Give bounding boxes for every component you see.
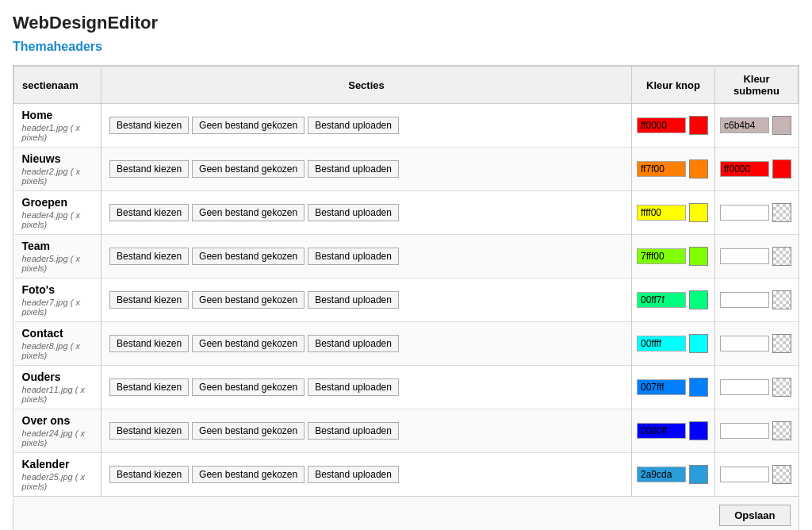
bestand-kiezen-btn-fotos[interactable]: Bestand kiezen [109,291,189,309]
geen-bestand-btn-team[interactable]: Geen bestand gekozen [192,248,304,265]
bestand-kiezen-btn-ouders[interactable]: Bestand kiezen [109,378,189,396]
geen-bestand-btn-home[interactable]: Geen bestand gekozen [192,117,304,134]
table-row-kalender: Kalender header25.jpg ( x pixels) Bestan… [14,453,799,497]
section-label-team: Team [22,240,94,252]
geen-bestand-btn-groepen[interactable]: Geen bestand gekozen [192,204,304,221]
bestand-uploaden-btn-kalender[interactable]: Bestand uploaden [308,466,399,483]
col-secties: Secties [102,67,632,104]
kleur-input-fotos[interactable] [637,292,686,308]
col-submenu: Kleur submenu [715,67,799,104]
cell-name-fotos: Foto's header7.jpg ( x pixels) [14,278,102,322]
cell-secties-groepen: Bestand kiezen Geen bestand gekozen Best… [102,191,632,235]
opslaan-button[interactable]: Opslaan [719,505,790,526]
submenu-input-team[interactable] [720,248,769,264]
cell-submenu-team [715,235,799,278]
bestand-uploaden-btn-contact[interactable]: Bestand uploaden [308,335,399,352]
kleur-input-contact[interactable] [637,336,686,351]
bestand-kiezen-btn-nieuws[interactable]: Bestand kiezen [109,160,189,178]
submenu-swatch-groepen[interactable] [772,203,791,222]
submenu-input-overons[interactable] [720,423,769,439]
section-label-overons: Over ons [22,414,94,427]
bestand-kiezen-btn-overons[interactable]: Bestand kiezen [109,422,189,440]
submenu-input-ouders[interactable] [720,379,769,395]
cell-secties-team: Bestand kiezen Geen bestand gekozen Best… [102,235,632,278]
cell-name-team: Team header5.jpg ( x pixels) [14,235,102,278]
cell-name-nieuws: Nieuws header2.jpg ( x pixels) [14,148,102,191]
submenu-input-home[interactable] [720,117,769,133]
geen-bestand-btn-fotos[interactable]: Geen bestand gekozen [192,291,304,309]
cell-name-home: Home header1.jpg ( x pixels) [14,104,102,148]
kleur-input-team[interactable] [637,248,686,264]
geen-bestand-btn-nieuws[interactable]: Geen bestand gekozen [192,160,304,178]
bestand-kiezen-btn-kalender[interactable]: Bestand kiezen [109,466,189,483]
app-title: WebDesignEditor [13,13,799,33]
file-label-contact: header8.jpg ( x pixels) [22,341,94,360]
cell-submenu-contact [715,322,799,366]
kleur-swatch-overons[interactable] [689,421,708,440]
bestand-uploaden-btn-ouders[interactable]: Bestand uploaden [308,378,399,396]
geen-bestand-btn-overons[interactable]: Geen bestand gekozen [192,422,304,440]
geen-bestand-btn-kalender[interactable]: Geen bestand gekozen [192,466,304,483]
kleur-swatch-kalender[interactable] [689,465,708,484]
bestand-uploaden-btn-groepen[interactable]: Bestand uploaden [308,204,399,221]
kleur-swatch-home[interactable] [689,116,708,135]
kleur-input-home[interactable] [637,117,686,133]
section-label-groepen: Groepen [22,196,94,209]
submenu-swatch-ouders[interactable] [772,378,791,397]
cell-kleur-contact [632,322,715,366]
submenu-input-groepen[interactable] [720,205,769,221]
submenu-input-kalender[interactable] [720,467,769,482]
kleur-input-ouders[interactable] [637,379,686,395]
col-sectienaam: sectienaam [14,67,102,104]
cell-secties-contact: Bestand kiezen Geen bestand gekozen Best… [102,322,632,366]
footer-row: Opslaan [14,497,799,531]
table-row-ouders: Ouders header11.jpg ( x pixels) Bestand … [14,366,799,409]
submenu-input-contact[interactable] [720,336,769,351]
kleur-swatch-ouders[interactable] [689,378,708,397]
submenu-swatch-kalender[interactable] [772,465,791,484]
geen-bestand-btn-contact[interactable]: Geen bestand gekozen [192,335,304,352]
bestand-uploaden-btn-nieuws[interactable]: Bestand uploaden [308,160,399,178]
kleur-input-groepen[interactable] [637,205,686,221]
main-table: sectienaam Secties Kleur knop Kleur subm… [13,66,799,530]
kleur-swatch-nieuws[interactable] [689,159,708,179]
submenu-swatch-contact[interactable] [772,334,791,353]
kleur-input-overons[interactable] [637,423,686,439]
cell-submenu-fotos [715,278,799,322]
file-label-home: header1.jpg ( x pixels) [22,123,94,142]
cell-name-ouders: Ouders header11.jpg ( x pixels) [14,366,102,409]
bestand-uploaden-btn-fotos[interactable]: Bestand uploaden [308,291,399,309]
cell-kleur-groepen [632,191,715,235]
bestand-uploaden-btn-home[interactable]: Bestand uploaden [308,117,399,134]
submenu-swatch-nieuws[interactable] [772,159,791,179]
kleur-swatch-team[interactable] [689,247,708,266]
bestand-uploaden-btn-overons[interactable]: Bestand uploaden [308,422,399,440]
cell-kleur-nieuws [632,148,715,191]
geen-bestand-btn-ouders[interactable]: Geen bestand gekozen [192,378,304,396]
submenu-input-fotos[interactable] [720,292,769,308]
submenu-swatch-team[interactable] [772,247,791,266]
bestand-kiezen-btn-groepen[interactable]: Bestand kiezen [109,204,189,221]
bestand-kiezen-btn-home[interactable]: Bestand kiezen [109,117,189,134]
app-subtitle: Themaheaders [13,40,799,54]
bestand-kiezen-btn-contact[interactable]: Bestand kiezen [109,335,189,352]
kleur-swatch-fotos[interactable] [689,290,708,309]
kleur-input-kalender[interactable] [637,467,686,482]
kleur-swatch-contact[interactable] [689,334,708,353]
bestand-uploaden-btn-team[interactable]: Bestand uploaden [308,248,399,265]
file-label-ouders: header11.jpg ( x pixels) [22,385,94,404]
cell-name-contact: Contact header8.jpg ( x pixels) [14,322,102,366]
submenu-input-nieuws[interactable] [720,161,769,177]
bestand-kiezen-btn-team[interactable]: Bestand kiezen [109,248,189,265]
kleur-input-nieuws[interactable] [637,161,686,177]
submenu-swatch-home[interactable] [772,116,791,135]
cell-name-kalender: Kalender header25.jpg ( x pixels) [14,453,102,497]
table-row-fotos: Foto's header7.jpg ( x pixels) Bestand k… [14,278,799,322]
submenu-swatch-fotos[interactable] [772,290,791,309]
table-row-nieuws: Nieuws header2.jpg ( x pixels) Bestand k… [14,148,799,191]
cell-secties-nieuws: Bestand kiezen Geen bestand gekozen Best… [102,148,632,191]
table-row-groepen: Groepen header4.jpg ( x pixels) Bestand … [14,191,799,235]
kleur-swatch-groepen[interactable] [689,203,708,222]
file-label-groepen: header4.jpg ( x pixels) [22,210,94,229]
submenu-swatch-overons[interactable] [772,421,791,440]
